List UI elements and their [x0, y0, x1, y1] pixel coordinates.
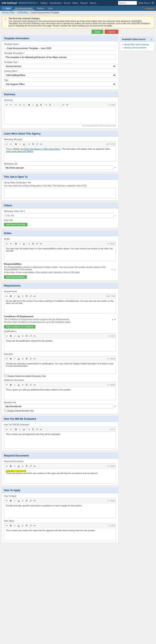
tab-draft[interactable]: Draft [46, 7, 54, 10]
rq-ul[interactable]: ☰ [25, 294, 28, 298]
ed-undo[interactable]: ↩ [5, 357, 9, 361]
insert-item-0[interactable]: + Hiring Office and Customer [122, 43, 153, 46]
tool-indent[interactable]: → [52, 103, 56, 107]
mm-bold[interactable]: B [14, 142, 18, 146]
mm-ol[interactable]: ≡ [27, 142, 31, 146]
benefits-link-input[interactable] [4, 404, 113, 409]
tool-redo[interactable]: ↪ [9, 103, 13, 107]
duties-rte-body[interactable]: You may enter the duties here or in the … [4, 246, 116, 261]
marketing-link-input[interactable] [4, 166, 113, 170]
tool-bold[interactable]: B [27, 103, 31, 107]
he-italic[interactable]: I [18, 428, 22, 431]
owning-office-select[interactable]: USA Staffing/Office [4, 73, 116, 78]
display-edu-checkbox[interactable] [4, 375, 6, 377]
ql-link[interactable]: 🔗 [29, 334, 32, 338]
nav-reports[interactable]: Reports [80, 2, 87, 4]
ed-source[interactable]: <> [33, 357, 36, 361]
du-italic[interactable]: I [18, 242, 22, 246]
template-desc-input[interactable] [4, 55, 116, 60]
ql-source[interactable]: <> [33, 334, 36, 338]
dc-ul[interactable]: ☰ [25, 464, 28, 468]
save-button[interactable]: Save [91, 30, 103, 34]
display-benefits-checkbox[interactable] [4, 410, 6, 412]
hta-ul[interactable]: ☰ [25, 499, 28, 503]
rq-source[interactable]: <> [33, 294, 36, 298]
nav-recruit[interactable]: Recruit [64, 2, 70, 4]
hta-undo[interactable]: ↩ [5, 499, 9, 503]
hta-link[interactable]: 🔗 [29, 499, 32, 503]
ed-underline[interactable]: U [17, 357, 21, 361]
he-ol[interactable]: ≡ [27, 428, 31, 431]
du-ul[interactable]: ☰ [31, 242, 35, 246]
link-external-icon[interactable]: ↗ [114, 166, 116, 169]
ai-ol[interactable]: ≡ [21, 383, 24, 387]
ns-link[interactable]: 🔗 [29, 524, 32, 528]
dc-ol[interactable]: ≡ [21, 464, 24, 468]
admin-label[interactable]: ADMINISTRATION ▾ [18, 2, 38, 4]
du-link[interactable]: 🔗 [35, 242, 39, 246]
how-eval-rte-body[interactable]: This is where you tell applicants how th… [4, 432, 116, 448]
ns-underline[interactable]: U [17, 524, 21, 528]
ai-ul[interactable]: ☰ [25, 383, 28, 387]
ed-link[interactable]: 🔗 [29, 357, 32, 361]
ql-bold[interactable]: B [9, 334, 13, 338]
du-undo[interactable]: ↩ [5, 242, 9, 246]
ns-undo[interactable]: ↩ [5, 524, 9, 528]
ns-bold[interactable]: B [9, 524, 13, 528]
du-source[interactable]: <> [39, 242, 43, 246]
dc-bold[interactable]: B [9, 464, 13, 468]
edu-rte-body[interactable]: Include any education requirements or qu… [4, 361, 116, 374]
video-link-input[interactable] [4, 213, 114, 218]
he-underline[interactable]: U [22, 428, 26, 431]
clarification-rte-body[interactable] [4, 188, 116, 198]
rq-link[interactable]: 🔗 [29, 294, 32, 298]
ed-ul[interactable]: ☰ [25, 357, 28, 361]
ed-ol[interactable]: ≡ [21, 357, 24, 361]
hta-underline[interactable]: U [17, 499, 21, 503]
rq-underline[interactable]: U [17, 294, 21, 298]
hta-ol[interactable]: ≡ [21, 499, 24, 503]
tab-job-announcement[interactable]: Job Announcement [13, 7, 34, 10]
he-source[interactable]: <> [39, 428, 43, 431]
add-resp-button[interactable]: Add Responsibilities [4, 275, 27, 279]
ql-undo[interactable]: ↩ [5, 334, 9, 338]
breadcrumb-usastaffing[interactable]: USAStaffing [17, 12, 28, 14]
add-coe-button[interactable]: Add Conditions Of Conditions [4, 325, 35, 328]
user-label[interactable]: Betty Ross ▾ [139, 2, 150, 4]
cancel-button[interactable]: Cancel [105, 30, 118, 34]
tool-cut[interactable]: ✂ [14, 103, 18, 107]
ai-undo[interactable]: ↩ [5, 383, 9, 387]
req-rte-body[interactable]: Do not add text in the section if you ha… [4, 298, 116, 313]
rq-bold[interactable]: B [9, 294, 13, 298]
dc-underline[interactable]: U [17, 464, 21, 468]
tool-ol[interactable]: ≡ [44, 103, 48, 107]
ed-bold[interactable]: B [9, 357, 13, 361]
available-inserts-header[interactable]: Available Data Inserts ▲ [120, 37, 154, 42]
tool-outdent[interactable]: ← [56, 103, 60, 107]
ai-bold[interactable]: B [9, 383, 13, 387]
mm-ul[interactable]: ☰ [31, 142, 35, 146]
tool-link[interactable]: 🔗 [61, 103, 65, 107]
insert-item-1[interactable]: + Vacancy Announcement [122, 46, 153, 49]
ai-underline[interactable]: U [17, 383, 21, 387]
dc-link[interactable]: 🔗 [29, 464, 32, 468]
breadcrumb-owning[interactable]: Owning Office [2, 12, 15, 14]
add-video-button[interactable]: Add Video/Transcript [4, 223, 27, 226]
dc-source[interactable]: <> [33, 464, 36, 468]
tool-copy[interactable]: ⎘ [18, 103, 22, 107]
dc-italic[interactable]: I [13, 464, 17, 468]
tool-underline[interactable]: U [35, 103, 39, 107]
tags-select[interactable]: Job Support Office [4, 82, 116, 87]
he-undo[interactable]: ↩ [5, 428, 9, 431]
mm-italic[interactable]: I [18, 142, 22, 146]
du-redo[interactable]: ↪ [9, 242, 13, 246]
mm-redo[interactable]: ↪ [9, 142, 13, 146]
coe-up-icon[interactable]: ▲ [111, 318, 114, 320]
nav-classification[interactable]: Classification [49, 2, 62, 4]
rq-ol[interactable]: ≡ [21, 294, 24, 298]
du-bold[interactable]: B [14, 242, 18, 246]
template-type-select[interactable]: Announcement [4, 64, 116, 69]
hta-italic[interactable]: I [13, 499, 17, 503]
docs-rte-body[interactable]: Expedites Documents These documents need… [4, 468, 116, 483]
he-ul[interactable]: ☰ [31, 428, 35, 431]
